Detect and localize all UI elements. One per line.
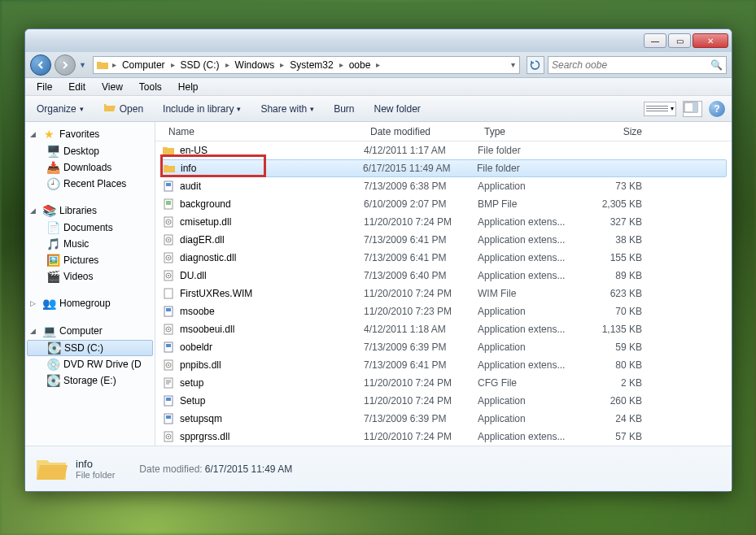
file-row[interactable]: cmisetup.dll11/20/2010 7:24 PMApplicatio… bbox=[155, 213, 732, 231]
file-row[interactable]: spprgrss.dll11/20/2010 7:24 PMApplicatio… bbox=[155, 428, 732, 446]
nav-homegroup[interactable]: ▷👥Homegroup bbox=[25, 294, 155, 312]
file-list[interactable]: en-US4/12/2011 1:17 AMFile folderinfo6/1… bbox=[155, 141, 732, 446]
details-type: File folder bbox=[76, 470, 115, 480]
svg-rect-3 bbox=[166, 183, 171, 186]
refresh-button[interactable] bbox=[527, 56, 544, 74]
file-row[interactable]: pnpibs.dll7/13/2009 6:41 PMApplication e… bbox=[155, 356, 732, 374]
file-row[interactable]: Setup11/20/2010 7:24 PMApplication260 KB bbox=[155, 392, 732, 410]
file-row[interactable]: DU.dll7/13/2009 6:40 PMApplication exten… bbox=[155, 267, 732, 285]
view-mode-button[interactable]: ▾ bbox=[644, 102, 676, 116]
column-headers: Name Date modified Type Size bbox=[155, 122, 732, 141]
breadcrumb-segment[interactable]: Windows bbox=[232, 59, 278, 71]
nav-drive-e[interactable]: 💽Storage (E:) bbox=[25, 372, 155, 389]
share-with-button[interactable]: Share with bbox=[256, 101, 319, 117]
chevron-right-icon[interactable]: ▸ bbox=[374, 60, 382, 69]
burn-button[interactable]: Burn bbox=[329, 101, 359, 117]
file-row[interactable]: diagnostic.dll7/13/2009 6:41 PMApplicati… bbox=[155, 249, 732, 267]
file-type: BMP File bbox=[478, 198, 583, 210]
history-dropdown-icon[interactable]: ▼ bbox=[79, 61, 86, 69]
file-row[interactable]: setupsqm7/13/2009 6:39 PMApplication24 K… bbox=[155, 410, 732, 428]
file-row[interactable]: diagER.dll7/13/2009 6:41 PMApplication e… bbox=[155, 231, 732, 249]
file-name: FirstUXRes.WIM bbox=[180, 288, 252, 299]
file-row[interactable]: setup11/20/2010 7:24 PMCFG File2 KB bbox=[155, 374, 732, 392]
include-library-button[interactable]: Include in library bbox=[158, 101, 246, 117]
preview-pane-button[interactable] bbox=[683, 101, 702, 117]
file-date: 7/13/2009 6:41 PM bbox=[364, 359, 478, 371]
breadcrumb-segment[interactable]: SSD (C:) bbox=[177, 59, 223, 71]
column-size[interactable]: Size bbox=[583, 123, 649, 141]
file-type: Application extens... bbox=[478, 431, 583, 442]
search-icon[interactable]: 🔍 bbox=[710, 59, 723, 71]
minimize-button[interactable]: — bbox=[644, 33, 666, 48]
menu-edit[interactable]: Edit bbox=[60, 80, 94, 94]
dropdown-icon[interactable]: ▾ bbox=[509, 60, 518, 69]
file-type: Application extens... bbox=[478, 234, 583, 246]
titlebar[interactable]: — ▭ ✕ bbox=[25, 29, 732, 52]
chevron-right-icon[interactable]: ▸ bbox=[168, 60, 177, 69]
nav-documents[interactable]: 📄Documents bbox=[25, 220, 155, 236]
file-row[interactable]: msoobeui.dll4/12/2011 1:18 AMApplication… bbox=[155, 320, 732, 338]
nav-libraries[interactable]: ◢📚Libraries bbox=[25, 202, 155, 220]
file-row[interactable]: background6/10/2009 2:07 PMBMP File2,305… bbox=[155, 195, 732, 213]
file-row[interactable]: en-US4/12/2011 1:17 AMFile folder bbox=[155, 141, 732, 159]
menu-help[interactable]: Help bbox=[170, 80, 207, 94]
file-row[interactable]: msoobe11/20/2010 7:23 PMApplication70 KB bbox=[155, 302, 732, 320]
navigation-pane[interactable]: ◢★Favorites 🖥️Desktop 📥Downloads 🕘Recent… bbox=[25, 122, 155, 446]
open-button[interactable]: Open bbox=[98, 99, 148, 118]
folder-open-icon bbox=[103, 102, 116, 115]
maximize-button[interactable]: ▭ bbox=[668, 33, 691, 48]
nav-desktop[interactable]: 🖥️Desktop bbox=[25, 143, 155, 159]
column-type[interactable]: Type bbox=[478, 123, 583, 141]
chevron-right-icon[interactable]: ▸ bbox=[337, 60, 346, 69]
nav-computer[interactable]: ◢💻Computer bbox=[25, 322, 155, 340]
file-date: 4/12/2011 1:18 AM bbox=[364, 324, 478, 335]
details-name: info bbox=[76, 458, 115, 470]
breadcrumb-segment[interactable]: Computer bbox=[119, 59, 168, 71]
menu-file[interactable]: File bbox=[28, 80, 60, 94]
chevron-right-icon[interactable]: ▸ bbox=[277, 60, 286, 69]
file-date: 11/20/2010 7:23 PM bbox=[364, 306, 478, 317]
file-row[interactable]: info6/17/2015 11:49 AMFile folder bbox=[160, 159, 727, 177]
column-name[interactable]: Name bbox=[162, 123, 364, 141]
nav-videos[interactable]: 🎬Videos bbox=[25, 268, 155, 285]
file-date: 6/10/2009 2:07 PM bbox=[364, 198, 478, 210]
file-size: 38 KB bbox=[583, 234, 649, 246]
svg-point-11 bbox=[168, 239, 169, 241]
nav-music[interactable]: 🎵Music bbox=[25, 236, 155, 252]
breadcrumb-segment[interactable]: System32 bbox=[286, 59, 336, 71]
file-row[interactable]: audit7/13/2009 6:38 PMApplication73 KB bbox=[155, 177, 732, 195]
file-type: File folder bbox=[477, 163, 583, 174]
details-meta: Date modified: 6/17/2015 11:49 AM bbox=[139, 463, 292, 475]
app-icon bbox=[162, 394, 175, 407]
expand-icon: ◢ bbox=[30, 130, 38, 138]
column-date[interactable]: Date modified bbox=[364, 123, 478, 141]
chevron-right-icon[interactable]: ▸ bbox=[223, 60, 232, 69]
breadcrumb[interactable]: ▸ Computer▸ SSD (C:)▸ Windows▸ System32▸… bbox=[93, 56, 520, 74]
close-button[interactable]: ✕ bbox=[693, 33, 728, 48]
organize-button[interactable]: Organize bbox=[32, 101, 89, 117]
file-list-pane: Name Date modified Type Size en-US4/12/2… bbox=[155, 122, 732, 446]
file-date: 7/13/2009 6:39 PM bbox=[364, 413, 478, 424]
help-button[interactable]: ? bbox=[709, 101, 725, 117]
dll-icon bbox=[162, 233, 175, 246]
nav-pictures[interactable]: 🖼️Pictures bbox=[25, 252, 155, 268]
breadcrumb-segment[interactable]: oobe bbox=[346, 59, 374, 71]
nav-recent[interactable]: 🕘Recent Places bbox=[25, 176, 155, 192]
menu-tools[interactable]: Tools bbox=[131, 80, 170, 94]
nav-dvd[interactable]: 💿DVD RW Drive (D bbox=[25, 356, 155, 372]
new-folder-button[interactable]: New folder bbox=[369, 101, 426, 117]
nav-downloads[interactable]: 📥Downloads bbox=[25, 159, 155, 176]
file-date: 11/20/2010 7:24 PM bbox=[364, 288, 478, 299]
search-input[interactable] bbox=[552, 59, 710, 71]
file-row[interactable]: oobeldr7/13/2009 6:39 PMApplication59 KB bbox=[155, 338, 732, 356]
menu-view[interactable]: View bbox=[94, 80, 131, 94]
search-box[interactable]: 🔍 bbox=[548, 56, 727, 74]
file-row[interactable]: FirstUXRes.WIM11/20/2010 7:24 PMWIM File… bbox=[155, 285, 732, 302]
chevron-right-icon[interactable]: ▸ bbox=[110, 60, 119, 69]
back-button[interactable] bbox=[30, 54, 51, 76]
file-name: diagnostic.dll bbox=[180, 252, 236, 263]
nav-drive-c[interactable]: 💽SSD (C:) bbox=[27, 340, 153, 356]
dvd-icon: 💿 bbox=[46, 358, 59, 371]
nav-favorites[interactable]: ◢★Favorites bbox=[25, 125, 155, 143]
forward-button[interactable] bbox=[55, 54, 76, 76]
